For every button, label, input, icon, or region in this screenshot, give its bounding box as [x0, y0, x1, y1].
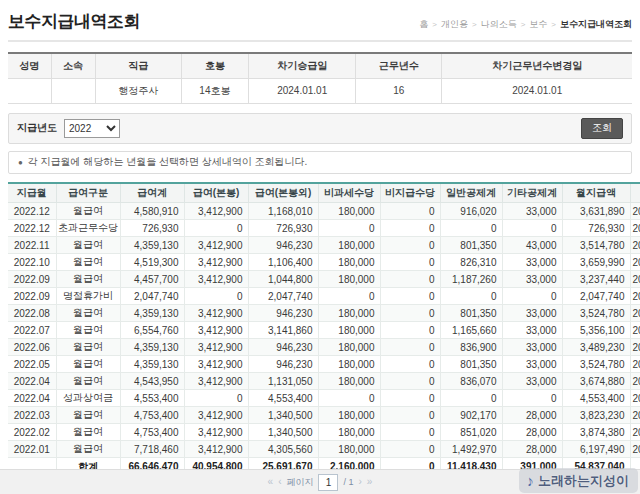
- payment-row: 2022.01월급여7,718,4603,412,9004,305,560180…: [8, 441, 640, 458]
- column-header: 기타공제계: [502, 183, 562, 203]
- amount-cell: 0: [380, 271, 440, 288]
- amount-cell: 3,874,380: [562, 424, 630, 441]
- amount-cell: 3,412,900: [184, 305, 248, 322]
- search-button[interactable]: 조회: [581, 118, 623, 139]
- payment-month-cell[interactable]: 2022.07: [8, 322, 56, 339]
- amount-cell: 801,350: [440, 356, 502, 373]
- employee-info-value: [8, 78, 51, 103]
- amount-cell: 3,659,990: [562, 254, 630, 271]
- amount-cell: 4,359,130: [120, 237, 184, 254]
- page-header: 보수지급내역조회 홈>개인용>나의소득>보수>보수지급내역조회: [8, 6, 632, 42]
- column-header: 일반공제계: [440, 183, 502, 203]
- employee-info-value: 2024.01.01: [442, 78, 632, 103]
- amount-cell: 33,000: [502, 203, 562, 220]
- amount-cell: 180,000: [318, 356, 380, 373]
- amount-cell: 4,457,700: [120, 271, 184, 288]
- amount-cell: 1,044,800: [248, 271, 318, 288]
- clipped-date-cell: 20: [630, 339, 640, 356]
- page-last-icon[interactable]: »: [367, 477, 373, 487]
- filter-bar: 지급년도 2022 조회: [8, 113, 632, 144]
- pager: « ‹ 페이지 / 1 › »: [268, 474, 373, 491]
- page-title: 보수지급내역조회: [8, 10, 140, 33]
- clipped-date-cell: 20: [630, 390, 640, 407]
- amount-cell: 1,187,260: [440, 271, 502, 288]
- payment-month-cell[interactable]: 2022.03: [8, 407, 56, 424]
- payment-month-cell[interactable]: 2022.08: [8, 305, 56, 322]
- breadcrumb-item[interactable]: 나의소득: [481, 19, 517, 29]
- amount-cell: 4,359,130: [120, 339, 184, 356]
- page-prev-icon[interactable]: ‹: [278, 477, 281, 487]
- breadcrumb-item[interactable]: 개인용: [441, 19, 468, 29]
- payment-month-cell[interactable]: 2022.02: [8, 424, 56, 441]
- notice-text: 각 지급월에 해당하는 년월을 선택하면 상세내역이 조회됩니다.: [28, 155, 307, 169]
- payment-month-cell[interactable]: 2022.01: [8, 441, 56, 458]
- page-first-icon[interactable]: «: [268, 477, 274, 487]
- amount-cell: 0: [380, 305, 440, 322]
- amount-cell: 3,412,900: [184, 339, 248, 356]
- amount-cell: 0: [184, 390, 248, 407]
- payment-row: 2022.11월급여4,359,1303,412,900946,230180,0…: [8, 237, 640, 254]
- column-header: 급여(본봉외): [248, 183, 318, 203]
- amount-cell: 180,000: [318, 254, 380, 271]
- pay-type-cell: 성과상여금: [56, 390, 120, 407]
- breadcrumb-item[interactable]: 홈: [419, 19, 428, 29]
- clipped-date-cell: 20: [630, 407, 640, 424]
- payment-month-cell[interactable]: 2022.09: [8, 288, 56, 305]
- payment-row: 2022.02월급여4,753,4003,412,9001,340,500180…: [8, 424, 640, 441]
- amount-cell: 3,489,230: [562, 339, 630, 356]
- employee-info-header: 소속: [51, 53, 95, 78]
- page-number-input[interactable]: [318, 474, 338, 491]
- amount-cell: 2,047,740: [120, 288, 184, 305]
- amount-cell: 726,930: [248, 220, 318, 237]
- employee-info-header: 성명: [8, 53, 51, 78]
- amount-cell: 4,753,400: [120, 407, 184, 424]
- amount-cell: 0: [184, 220, 248, 237]
- column-header: 비과세수당: [318, 183, 380, 203]
- pay-type-cell: 월급여: [56, 373, 120, 390]
- amount-cell: 33,000: [502, 271, 562, 288]
- amount-cell: 4,753,400: [120, 424, 184, 441]
- payment-month-cell[interactable]: 2022.10: [8, 254, 56, 271]
- payment-month-cell[interactable]: 2022.12: [8, 220, 56, 237]
- amount-cell: 826,310: [440, 254, 502, 271]
- amount-cell: 0: [380, 390, 440, 407]
- breadcrumb-item[interactable]: 보수: [529, 19, 547, 29]
- payment-month-cell[interactable]: 2022.05: [8, 356, 56, 373]
- payment-table-body: 2022.12월급여4,580,9103,412,9001,168,010180…: [8, 203, 640, 458]
- amount-cell: 3,524,780: [562, 305, 630, 322]
- payment-year-select[interactable]: 2022: [64, 119, 120, 138]
- amount-cell: 946,230: [248, 356, 318, 373]
- amount-cell: 4,305,560: [248, 441, 318, 458]
- amount-cell: 836,070: [440, 373, 502, 390]
- watermark-badge: ♪ 노래하는지성이: [519, 468, 639, 493]
- employee-info-value: 14호봉: [181, 78, 248, 103]
- amount-cell: 3,412,900: [184, 254, 248, 271]
- amount-cell: 28,000: [502, 407, 562, 424]
- amount-cell: 726,930: [120, 220, 184, 237]
- payment-month-cell[interactable]: 2022.04: [8, 390, 56, 407]
- amount-cell: 0: [380, 407, 440, 424]
- amount-cell: 4,553,400: [562, 390, 630, 407]
- payment-row: 2022.12초과근무수당726,9300726,9300000726,9302…: [8, 220, 640, 237]
- payment-month-cell[interactable]: 2022.09: [8, 271, 56, 288]
- amount-cell: 33,000: [502, 339, 562, 356]
- page-total: / 1: [343, 477, 353, 487]
- payment-month-cell[interactable]: 2022.06: [8, 339, 56, 356]
- payment-month-cell[interactable]: 2022.12: [8, 203, 56, 220]
- amount-cell: 3,412,900: [184, 356, 248, 373]
- amount-cell: 180,000: [318, 407, 380, 424]
- amount-cell: 3,412,900: [184, 373, 248, 390]
- column-header: 월지급액: [562, 183, 630, 203]
- amount-cell: 5,356,100: [562, 322, 630, 339]
- page-next-icon[interactable]: ›: [359, 477, 362, 487]
- clipped-date-cell: 20: [630, 288, 640, 305]
- pay-type-cell: 월급여: [56, 254, 120, 271]
- amount-cell: 0: [380, 203, 440, 220]
- amount-cell: 3,823,230: [562, 407, 630, 424]
- payment-month-cell[interactable]: 2022.04: [8, 373, 56, 390]
- amount-cell: 3,631,890: [562, 203, 630, 220]
- breadcrumb-separator: >: [432, 20, 437, 29]
- payment-month-cell[interactable]: 2022.11: [8, 237, 56, 254]
- payment-table-viewport: 지급월급여구분급여계급여(본봉)급여(본봉외)비과세수당비지급수당일반공제계기타…: [8, 182, 640, 477]
- column-header: 지급월: [8, 183, 56, 203]
